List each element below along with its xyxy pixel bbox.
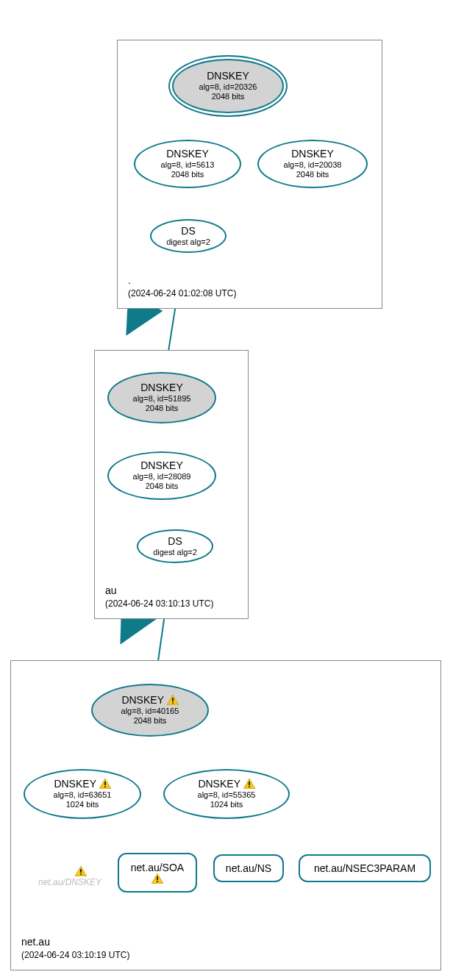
node-title: DNSKEY xyxy=(166,148,209,160)
node-root-zsk1: DNSKEY alg=8, id=5613 2048 bits xyxy=(134,140,241,188)
node-title: DNSKEY xyxy=(140,459,183,472)
node-line3: 1024 bits xyxy=(66,800,99,809)
svg-rect-5 xyxy=(249,787,250,788)
node-title-text: DNSKEY xyxy=(198,778,240,790)
rr-label: net.au/NSEC3PARAM xyxy=(314,862,415,875)
node-line2: alg=8, id=20038 xyxy=(284,160,342,170)
node-line3: 2048 bits xyxy=(146,404,179,413)
warning-icon xyxy=(243,779,255,789)
svg-rect-8 xyxy=(157,876,158,880)
node-line2: alg=8, id=5613 xyxy=(161,160,215,170)
svg-rect-6 xyxy=(80,869,82,873)
zone-root-label: . (2024-06-24 01:02:08 UTC) xyxy=(128,273,236,299)
svg-rect-9 xyxy=(157,881,158,883)
zone-netau-label: net.au (2024-06-24 03:10:19 UTC) xyxy=(21,935,129,961)
node-root-ksk: DNSKEY alg=8, id=20326 2048 bits xyxy=(172,59,284,113)
node-line3: 2048 bits xyxy=(296,170,329,179)
node-netau-zsk2: DNSKEY alg=8, id=55365 1024 bits xyxy=(163,769,290,819)
node-line2: alg=8, id=40165 xyxy=(121,707,179,716)
node-au-ds: DS digest alg=2 xyxy=(137,529,213,563)
warning-icon xyxy=(167,695,179,705)
node-title: DNSKEY xyxy=(121,694,178,707)
node-title: DNSKEY xyxy=(140,382,183,394)
node-line2: alg=8, id=20326 xyxy=(199,82,257,92)
zone-au-ts: (2024-06-24 03:10:13 UTC) xyxy=(105,598,213,609)
node-rr-nsec3: net.au/NSEC3PARAM xyxy=(299,854,431,882)
rr-label: net.au/SOA xyxy=(131,862,184,874)
node-title-text: DNSKEY xyxy=(54,778,96,790)
svg-rect-3 xyxy=(104,787,106,788)
node-title: DNSKEY xyxy=(207,70,249,82)
svg-rect-0 xyxy=(172,698,174,701)
node-netau-ksk: DNSKEY alg=8, id=40165 2048 bits xyxy=(91,684,209,737)
svg-rect-4 xyxy=(249,782,250,785)
node-line3: 1024 bits xyxy=(210,800,243,809)
warning-icon xyxy=(99,779,111,789)
zone-netau-ts: (2024-06-24 03:10:19 UTC) xyxy=(21,949,129,961)
warning-icon xyxy=(151,873,163,884)
zone-au-label: au (2024-06-24 03:10:13 UTC) xyxy=(105,584,213,609)
svg-rect-1 xyxy=(172,703,174,704)
zone-root-name: . xyxy=(128,273,236,287)
node-title: DS xyxy=(168,535,182,548)
rr-label: net.au/NS xyxy=(226,862,271,875)
node-line3: 2048 bits xyxy=(146,482,179,491)
node-au-ksk: DNSKEY alg=8, id=51895 2048 bits xyxy=(107,372,216,423)
node-line2: digest alg=2 xyxy=(166,237,210,247)
node-netau-zsk1: DNSKEY alg=8, id=63651 1024 bits xyxy=(24,769,141,819)
zone-netau-name: net.au xyxy=(21,935,129,949)
node-line2: alg=8, id=55365 xyxy=(198,790,256,800)
ghost-label: net.au/DNSKEY xyxy=(29,877,110,887)
ghost-dnskey: net.au/DNSKEY xyxy=(29,866,110,887)
node-root-ds: DS digest alg=2 xyxy=(150,219,226,253)
node-line2: alg=8, id=51895 xyxy=(133,394,191,404)
node-title: DS xyxy=(181,225,195,237)
svg-rect-2 xyxy=(104,782,106,785)
node-line3: 2048 bits xyxy=(134,716,167,726)
node-rr-ns: net.au/NS xyxy=(213,854,284,882)
node-line3: 2048 bits xyxy=(212,92,245,101)
node-rr-soa: net.au/SOA xyxy=(118,853,197,893)
zone-root-ts: (2024-06-24 01:02:08 UTC) xyxy=(128,287,236,299)
svg-rect-7 xyxy=(80,873,82,875)
diagram-canvas: . (2024-06-24 01:02:08 UTC) DNSKEY alg=8… xyxy=(0,0,453,980)
node-title: DNSKEY xyxy=(291,148,334,160)
zone-au-name: au xyxy=(105,584,213,598)
node-au-zsk: DNSKEY alg=8, id=28089 2048 bits xyxy=(107,451,216,500)
node-title: DNSKEY xyxy=(54,778,110,790)
node-title-text: DNSKEY xyxy=(121,694,163,706)
node-line3: 2048 bits xyxy=(171,170,204,179)
node-line2: digest alg=2 xyxy=(153,548,197,557)
warning-icon xyxy=(75,866,87,876)
node-line2: alg=8, id=28089 xyxy=(133,472,191,482)
node-title: DNSKEY xyxy=(198,778,254,790)
node-line2: alg=8, id=63651 xyxy=(54,790,112,800)
node-root-zsk2: DNSKEY alg=8, id=20038 2048 bits xyxy=(257,140,368,188)
